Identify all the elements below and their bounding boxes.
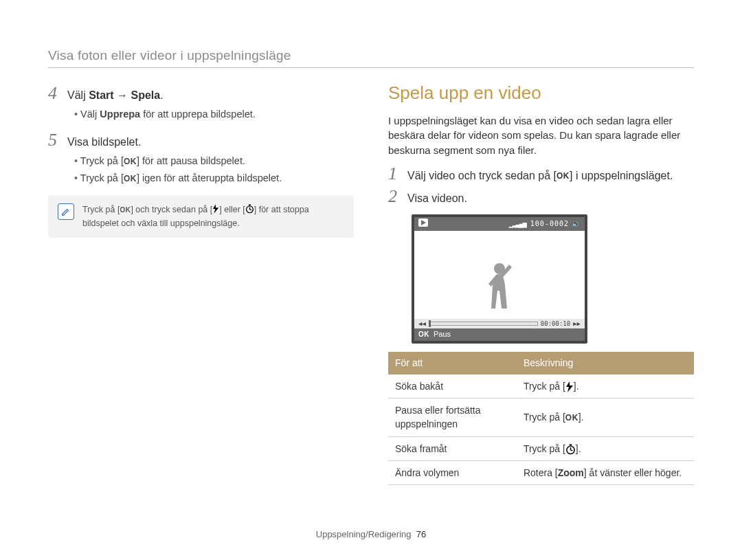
text: Rotera [: [524, 467, 558, 478]
section-heading: Spela upp en video: [388, 80, 694, 107]
ok-icon: OK: [565, 412, 578, 424]
text: Välj: [80, 109, 100, 120]
step-number: 2: [388, 188, 401, 205]
footer-section: Uppspelning/Redigering: [316, 529, 412, 539]
cell: Söka framåt: [388, 436, 517, 460]
step-number: 5: [48, 131, 60, 149]
text: ] och tryck sedan på [: [131, 205, 212, 214]
ok-icon: OK: [556, 170, 570, 182]
step-4: 4 Välj Start → Spela.: [48, 85, 354, 103]
text: Välj video och tryck sedan på [: [407, 170, 556, 181]
text: ].: [578, 412, 584, 423]
text: ].: [576, 443, 581, 454]
list-item: Välj Upprepa för att upprepa bildspelet.: [74, 107, 354, 122]
text: ] för att pausa bildspelet.: [137, 155, 245, 166]
step-text: Välj video och tryck sedan på [OK] i upp…: [407, 168, 694, 183]
timer-icon: [565, 444, 576, 455]
sound-icon: 🔉: [572, 219, 581, 229]
cell: Ändra volymen: [388, 460, 517, 484]
note-text: Tryck på [OK] och tryck sedan på [] elle…: [82, 203, 344, 229]
divider: [48, 67, 694, 68]
flash-icon: [212, 204, 219, 217]
cell: Pausa eller fortsätta uppspelningen: [388, 398, 517, 436]
cell: Tryck på [].: [517, 436, 694, 460]
flash-icon: [565, 381, 574, 392]
ok-icon: OK: [124, 156, 137, 168]
text: ] åt vänster eller höger.: [584, 467, 682, 478]
text: Tryck på [: [524, 381, 565, 392]
video-progress: ◀◀ 00:00:10 ▶▶: [414, 319, 585, 328]
text: Tryck på [: [80, 155, 124, 166]
text: Tryck på [: [524, 443, 565, 454]
forward-icon: ▶▶: [573, 320, 581, 328]
text: Välj: [67, 89, 89, 101]
list-item: Tryck på [OK] för att pausa bildspelet.: [74, 154, 354, 168]
text: för att upprepa bildspelet.: [140, 109, 256, 120]
footer: Uppspelning/Redigering 76: [48, 502, 694, 539]
signal-icon: ▁▂▃▄▅: [509, 219, 526, 229]
step-text: Visa videon.: [407, 190, 694, 206]
bold-text: Spela: [131, 89, 160, 101]
bold-text: Start: [89, 89, 113, 101]
text: ] eller [: [219, 205, 245, 214]
time-display: 00:00:10: [541, 320, 570, 328]
ok-icon: OK: [418, 330, 429, 340]
step-text: Visa bildspelet.: [67, 134, 354, 150]
text: ] igen för att återuppta bildspelet.: [137, 172, 282, 183]
note-box: Tryck på [OK] och tryck sedan på [] elle…: [48, 195, 354, 237]
rewind-icon: ◀◀: [418, 320, 426, 328]
video-controls: OK Paus: [414, 328, 585, 341]
left-column: 4 Välj Start → Spela. Välj Upprepa för a…: [48, 80, 354, 502]
th-description: Beskrivning: [517, 352, 694, 374]
timer-icon: [245, 204, 254, 217]
text: .: [160, 89, 163, 101]
right-column: Spela upp en video I uppspelningsläget k…: [388, 80, 694, 502]
step-text: Välj Start → Spela.: [67, 87, 354, 103]
list-item: Tryck på [OK] igen för att återuppta bil…: [74, 171, 354, 186]
controls-table: För att Beskrivning Söka bakåt Tryck på …: [388, 352, 694, 485]
step-number: 1: [388, 165, 401, 183]
ok-icon: OK: [120, 205, 131, 216]
cell: Tryck på [].: [517, 374, 694, 399]
text: ] i uppspelningsläget.: [570, 170, 673, 181]
step-number: 4: [48, 85, 60, 102]
cell: Rotera [Zoom] åt vänster eller höger.: [517, 460, 694, 484]
step-2: 2 Visa videon.: [388, 188, 694, 206]
play-mode-icon: [418, 219, 428, 230]
table-row: Söka framåt Tryck på [].: [388, 436, 694, 460]
progress-bar: [429, 322, 538, 326]
step-5: 5 Visa bildspelet.: [48, 131, 354, 150]
step-1: 1 Välj video och tryck sedan på [OK] i u…: [388, 165, 694, 183]
ok-icon: OK: [124, 173, 137, 185]
text: →: [114, 89, 131, 101]
page-number: 76: [416, 529, 426, 539]
video-thumbnail: [414, 231, 585, 319]
text: Tryck på [: [82, 205, 120, 214]
text: ].: [574, 381, 579, 392]
bold-text: Upprepa: [100, 109, 140, 120]
table-row: Ändra volymen Rotera [Zoom] åt vänster e…: [388, 460, 694, 484]
file-counter: 100-0002: [530, 219, 569, 229]
pause-label: Paus: [434, 329, 451, 340]
video-illustration: ▁▂▃▄▅ 100-0002 🔉 ◀◀ 00:00:10 ▶▶ OK Paus: [412, 214, 587, 344]
page-title: Visa foton eller videor i uppspelningslä…: [48, 48, 694, 63]
table-row: Pausa eller fortsätta uppspelningen Tryc…: [388, 398, 694, 436]
table-row: Söka bakåt Tryck på [].: [388, 374, 694, 399]
text: Tryck på [: [524, 412, 565, 423]
video-statusbar: ▁▂▃▄▅ 100-0002 🔉: [414, 217, 585, 231]
note-icon: [58, 203, 74, 220]
cell: Tryck på [OK].: [517, 398, 694, 436]
cell: Söka bakåt: [388, 374, 517, 399]
th-action: För att: [388, 352, 517, 374]
text: Tryck på [: [80, 172, 124, 183]
intro-text: I uppspelningsläget kan du visa en video…: [388, 113, 694, 158]
bold-text: Zoom: [558, 467, 584, 478]
